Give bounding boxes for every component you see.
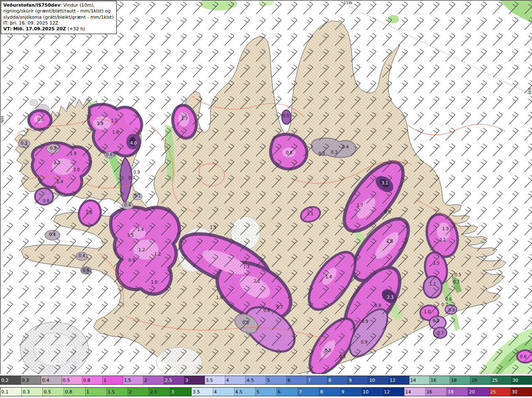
legend-tick-label: 3 — [185, 378, 188, 383]
legend-cell: 30 — [511, 388, 532, 396]
legend-cell: 25 — [491, 376, 512, 384]
legend-tick-label: 7 — [307, 378, 311, 383]
legend-tick-label: 30 — [511, 389, 517, 395]
legend-cell: 12 — [383, 388, 404, 396]
legend-tick-label: 9 — [348, 378, 352, 383]
legend-tick-label: 0.4 — [41, 378, 49, 383]
legend-tick-label: 6 — [277, 389, 281, 395]
weather-forecast-page: 0.51.81.51.64.01.70.30.51.92.12.01.40.80… — [0, 0, 532, 398]
legend-tick-label: 16 — [430, 378, 436, 383]
legend-cell: 9 — [341, 388, 362, 396]
legend-tick-label: 25 — [490, 389, 496, 395]
legend-tick-label: 3 — [170, 389, 174, 395]
legend-tick-label: 16 — [426, 389, 432, 395]
legend-tick-label: 0.2 — [0, 378, 9, 383]
legend-tick-label: 14 — [404, 389, 411, 395]
legend: 0.20.30.40.50.811.522.533.544.5567891012… — [0, 374, 532, 398]
legend-tick-label: 8 — [319, 389, 323, 395]
legend-cell: 4.5 — [234, 388, 256, 396]
legend-cell: 0.3 — [22, 388, 43, 396]
legend-cell: 2.5 — [149, 388, 170, 396]
legend-tick-label: 25 — [491, 378, 498, 383]
legend-cell: 5 — [266, 376, 286, 384]
grid-label-right: N99 — [527, 88, 531, 94]
legend-tick-label: 12 — [389, 378, 396, 383]
legend-tick-label: 3.5 — [205, 378, 213, 383]
legend-tick-label: 18 — [447, 389, 453, 395]
legend-cell: 20 — [470, 376, 491, 384]
legend-tick-label: 2 — [128, 389, 132, 395]
grid-label-left: N99 — [1, 116, 5, 123]
legend-cell: 4.5 — [246, 376, 266, 384]
legend-cell: 0.8 — [64, 388, 85, 396]
legend-cell: 8 — [319, 388, 340, 396]
legend-tick-label: 1 — [103, 378, 106, 383]
legend-tick-label: 20 — [470, 378, 477, 383]
legend-cell: 3.5 — [192, 388, 213, 396]
legend-tick-label: 1 — [86, 389, 89, 395]
legend-tick-label: 8 — [328, 378, 331, 383]
legend-cell: 2.5 — [164, 376, 185, 384]
legend-cell: 6 — [287, 376, 307, 384]
legend-cell: 7 — [298, 388, 319, 396]
legend-cell: 1.5 — [107, 388, 128, 396]
legend-cell: 14 — [404, 388, 426, 396]
legend-tick-label: 30 — [512, 378, 518, 383]
legend-cell: 16 — [430, 376, 450, 384]
legend-cell: 14 — [409, 376, 430, 384]
title-line-2: rigning/skúrir (grænt/blátt/rautt - mm/1… — [3, 8, 113, 14]
legend-tick-label: 3.5 — [192, 389, 200, 395]
map-canvas — [0, 0, 532, 374]
title-box: Veðurstofan/IS750dev: Vindur (10m), rign… — [1, 1, 117, 34]
legend-cell: 3.5 — [205, 376, 225, 384]
title-line-1: Veðurstofan/IS750dev: Vindur (10m), — [3, 2, 113, 8]
legend-tick-label: 0.5 — [43, 389, 51, 395]
legend-tick-label: 0.5 — [62, 378, 70, 383]
legend-cell: 20 — [468, 388, 489, 396]
legend-tick-label: 2 — [143, 378, 147, 383]
legend-cell: 6 — [277, 388, 298, 396]
legend-cell: 10 — [368, 376, 389, 384]
legend-tick-label: 1.5 — [123, 378, 131, 383]
legend-cell: 0.8 — [82, 376, 103, 384]
legend-cell: 0.1 — [0, 388, 22, 396]
legend-cell: 3 — [170, 388, 192, 396]
legend-tick-label: 0.3 — [21, 378, 29, 383]
legend-tick-label: 7 — [298, 389, 302, 395]
legend-cell: 30 — [512, 376, 532, 384]
legend-cell: 3 — [185, 376, 205, 384]
legend-tick-label: 4.5 — [246, 378, 254, 383]
legend-cell: 12 — [389, 376, 409, 384]
legend-tick-label: 4 — [213, 389, 217, 395]
legend-tick-label: 10 — [362, 389, 369, 395]
legend-cell: 1 — [86, 388, 107, 396]
legend-sleet-snow-scale: 0.20.30.40.50.811.522.533.544.5567891012… — [0, 376, 532, 385]
valid-time: VT: Mið. 17.09.2025 20Z (+32 h) — [3, 26, 113, 32]
legend-cell: 7 — [307, 376, 328, 384]
init-time: IT: þri. 16. 09. 2025 12Z — [3, 20, 113, 26]
legend-cell: 4 — [225, 376, 246, 384]
legend-tick-label: 2.5 — [164, 378, 172, 383]
legend-rain-scale: 0.10.30.50.811.522.533.544.5567891012141… — [0, 387, 532, 396]
legend-cell: 10 — [362, 388, 383, 396]
legend-cell: 16 — [426, 388, 447, 396]
legend-tick-label: 5 — [266, 378, 270, 383]
model-name: Veðurstofan/IS750dev — [3, 2, 60, 8]
legend-tick-label: 9 — [341, 389, 345, 395]
legend-tick-label: 0.8 — [64, 389, 72, 395]
legend-tick-label: 2.5 — [149, 389, 158, 395]
legend-cell: 1.5 — [123, 376, 143, 384]
legend-tick-label: 0.8 — [82, 378, 91, 383]
legend-tick-label: 0.3 — [22, 389, 30, 395]
legend-tick-label: 10 — [368, 378, 375, 383]
legend-cell: 0.2 — [0, 376, 21, 384]
legend-tick-label: 4.5 — [234, 389, 243, 395]
legend-tick-label: 1.5 — [107, 389, 115, 395]
legend-cell: 8 — [328, 376, 348, 384]
legend-tick-label: 6 — [287, 378, 291, 383]
legend-cell: 0.3 — [21, 376, 41, 384]
legend-cell: 0.5 — [43, 388, 64, 396]
weather-map: 0.51.81.51.64.01.70.30.51.92.12.01.40.80… — [0, 0, 532, 374]
legend-cell: 1 — [103, 376, 123, 384]
legend-cell: 0.4 — [41, 376, 62, 384]
